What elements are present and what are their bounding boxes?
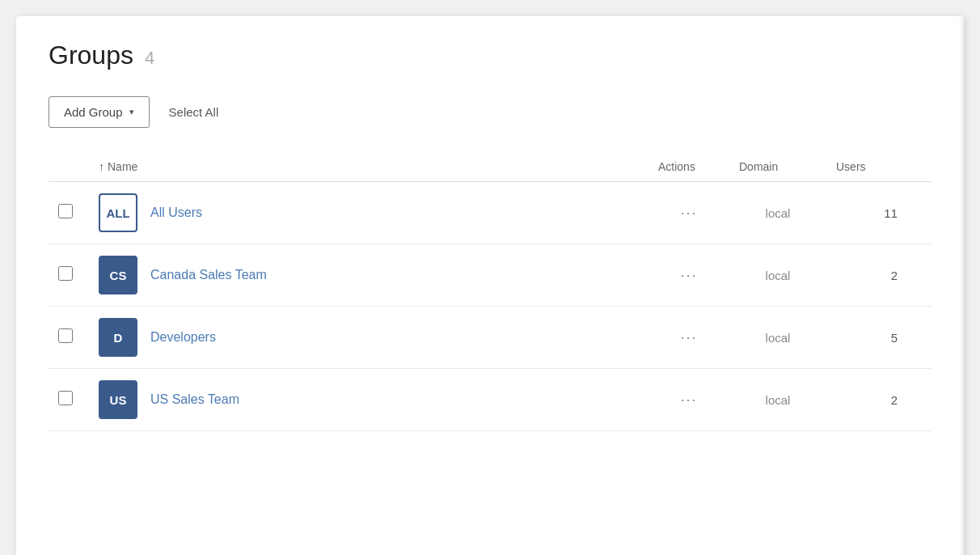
row-users-cell: 2 [826, 369, 907, 431]
row-domain-cell: local [729, 244, 826, 307]
row-actions-cell: ··· [648, 369, 729, 431]
group-avatar: US [99, 380, 137, 419]
page-header: Groups 4 [49, 40, 931, 70]
col-header-domain: Domain [729, 152, 826, 182]
row-actions-cell: ··· [648, 307, 729, 369]
group-name-link[interactable]: Canada Sales Team [150, 268, 267, 282]
row-domain-cell: local [729, 182, 826, 244]
row-checkbox[interactable] [58, 391, 73, 405]
row-checkbox[interactable] [58, 266, 73, 281]
row-name-cell: D Developers [89, 307, 648, 369]
chevron-down-icon: ▾ [129, 107, 134, 117]
select-all-button[interactable]: Select All [169, 102, 219, 122]
table-header-row: ↑Name Actions Domain Users [49, 152, 931, 182]
row-actions-cell: ··· [648, 182, 729, 244]
actions-menu-button[interactable]: ··· [674, 388, 703, 412]
right-shadow [959, 16, 964, 555]
group-avatar: ALL [99, 193, 137, 232]
table-row: D Developers ··· local 5 [49, 307, 931, 369]
row-name-cell: CS Canada Sales Team [89, 244, 648, 307]
row-domain-cell: local [729, 307, 826, 369]
actions-menu-button[interactable]: ··· [674, 264, 703, 287]
col-header-name[interactable]: ↑Name [89, 152, 648, 182]
group-name-link[interactable]: US Sales Team [150, 392, 239, 407]
group-avatar: D [99, 318, 137, 357]
row-checkbox-cell [49, 244, 89, 307]
add-group-label: Add Group [64, 105, 123, 119]
page-container: Groups 4 Add Group ▾ Select All ↑Name Ac… [16, 16, 964, 555]
group-name-link[interactable]: All Users [150, 205, 202, 220]
row-content: D Developers [99, 318, 639, 357]
group-avatar: CS [99, 256, 137, 294]
row-content: ALL All Users [99, 193, 639, 232]
row-extra-cell [907, 244, 931, 307]
add-group-button[interactable]: Add Group ▾ [49, 96, 150, 128]
row-checkbox-cell [49, 182, 89, 244]
row-extra-cell [907, 369, 931, 431]
col-header-more [907, 152, 931, 182]
col-header-users: Users [826, 152, 907, 182]
row-users-cell: 5 [826, 307, 907, 369]
group-name-link[interactable]: Developers [150, 330, 216, 345]
groups-table: ↑Name Actions Domain Users ALL All Users… [49, 152, 931, 431]
row-content: CS Canada Sales Team [99, 256, 639, 294]
table-row: US US Sales Team ··· local 2 [49, 369, 931, 431]
row-checkbox-cell [49, 307, 89, 369]
actions-menu-button[interactable]: ··· [674, 201, 703, 225]
table-row: ALL All Users ··· local 11 [49, 182, 931, 244]
row-users-cell: 11 [826, 182, 907, 244]
row-actions-cell: ··· [648, 244, 729, 307]
row-checkbox[interactable] [58, 204, 73, 218]
col-header-actions: Actions [648, 152, 729, 182]
row-checkbox-cell [49, 369, 89, 431]
row-checkbox[interactable] [58, 328, 73, 343]
sort-arrow-icon: ↑ [99, 160, 104, 173]
actions-menu-button[interactable]: ··· [674, 326, 703, 350]
row-name-cell: US US Sales Team [89, 369, 648, 431]
row-content: US US Sales Team [99, 380, 639, 419]
row-users-cell: 2 [826, 244, 907, 307]
table-row: CS Canada Sales Team ··· local 2 [49, 244, 931, 307]
row-extra-cell [907, 182, 931, 244]
page-count: 4 [145, 48, 154, 69]
row-domain-cell: local [729, 369, 826, 431]
toolbar: Add Group ▾ Select All [49, 96, 931, 128]
page-title: Groups [49, 40, 133, 70]
row-extra-cell [907, 307, 931, 369]
col-header-checkbox [49, 152, 89, 182]
row-name-cell: ALL All Users [89, 182, 648, 244]
